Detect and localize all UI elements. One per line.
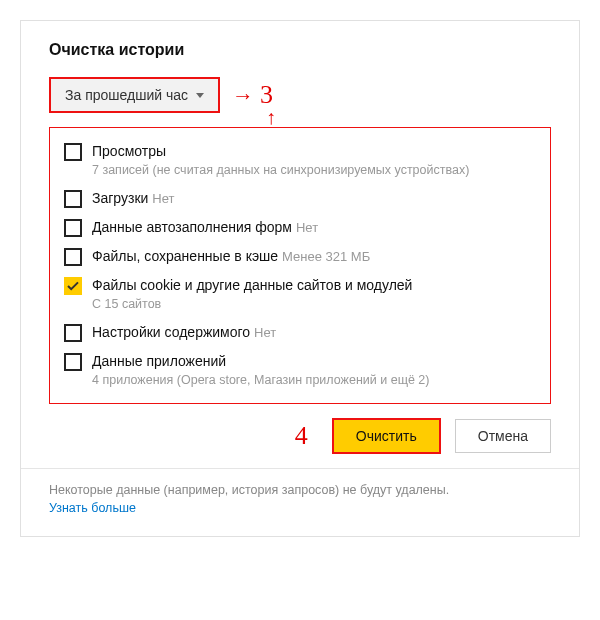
annotation-step-3: 3 ↑: [232, 80, 273, 110]
option-label: Настройки содержимого: [92, 324, 250, 340]
option-label: Данные приложений: [92, 353, 226, 369]
option-body: Файлы, сохраненные в кэшеМенее 321 МБ: [92, 247, 536, 265]
option-hint: Нет: [152, 191, 174, 206]
dialog-title: Очистка истории: [49, 41, 551, 59]
option-label: Данные автозаполнения форм: [92, 219, 292, 235]
option-body: Настройки содержимогоНет: [92, 323, 536, 341]
check-icon: [67, 280, 79, 292]
clear-history-dialog: Очистка истории За прошедший час 3 ↑ Про…: [20, 20, 580, 537]
footer-text: Некоторые данные (например, история запр…: [49, 483, 449, 497]
learn-more-link[interactable]: Узнать больше: [49, 501, 136, 515]
option-label: Загрузки: [92, 190, 148, 206]
options-group: Просмотры7 записей (не считая данных на …: [49, 127, 551, 404]
arrow-right-icon: [232, 80, 254, 110]
option-checkbox[interactable]: [64, 277, 82, 295]
time-range-value: За прошедший час: [65, 87, 188, 103]
option-body: Файлы cookie и другие данные сайтов и мо…: [92, 276, 536, 313]
option-label: Просмотры: [92, 143, 166, 159]
option-checkbox[interactable]: [64, 190, 82, 208]
option-checkbox[interactable]: [64, 219, 82, 237]
option-label: Файлы cookie и другие данные сайтов и мо…: [92, 277, 412, 293]
option-body: Данные автозаполнения формНет: [92, 218, 536, 236]
time-range-row: За прошедший час 3 ↑: [49, 77, 551, 113]
time-range-select[interactable]: За прошедший час: [49, 77, 220, 113]
cancel-button[interactable]: Отмена: [455, 419, 551, 453]
option-subtext: 4 приложения (Opera store, Магазин прило…: [92, 372, 536, 389]
option-checkbox[interactable]: [64, 248, 82, 266]
option-checkbox[interactable]: [64, 353, 82, 371]
divider: [21, 468, 579, 469]
option-row: Просмотры7 записей (не считая данных на …: [64, 142, 536, 179]
option-row: Файлы cookie и другие данные сайтов и мо…: [64, 276, 536, 313]
option-checkbox[interactable]: [64, 143, 82, 161]
option-hint: Нет: [296, 220, 318, 235]
option-subtext: 7 записей (не считая данных на синхрониз…: [92, 162, 536, 179]
arrow-up-icon: ↑: [266, 106, 276, 129]
option-hint: Нет: [254, 325, 276, 340]
chevron-down-icon: [196, 93, 204, 98]
option-body: Данные приложений4 приложения (Opera sto…: [92, 352, 536, 389]
option-row: ЗагрузкиНет: [64, 189, 536, 208]
annotation-step-4: 4: [295, 421, 308, 451]
option-row: Данные автозаполнения формНет: [64, 218, 536, 237]
clear-button[interactable]: Очистить: [332, 418, 441, 454]
dialog-buttons: 4 Очистить Отмена: [49, 418, 551, 454]
option-body: ЗагрузкиНет: [92, 189, 536, 207]
footer-note: Некоторые данные (например, история запр…: [49, 481, 551, 519]
option-hint: Менее 321 МБ: [282, 249, 370, 264]
option-row: Файлы, сохраненные в кэшеМенее 321 МБ: [64, 247, 536, 266]
option-row: Настройки содержимогоНет: [64, 323, 536, 342]
option-row: Данные приложений4 приложения (Opera sto…: [64, 352, 536, 389]
option-body: Просмотры7 записей (не считая данных на …: [92, 142, 536, 179]
option-checkbox[interactable]: [64, 324, 82, 342]
option-label: Файлы, сохраненные в кэше: [92, 248, 278, 264]
option-subtext: С 15 сайтов: [92, 296, 536, 313]
